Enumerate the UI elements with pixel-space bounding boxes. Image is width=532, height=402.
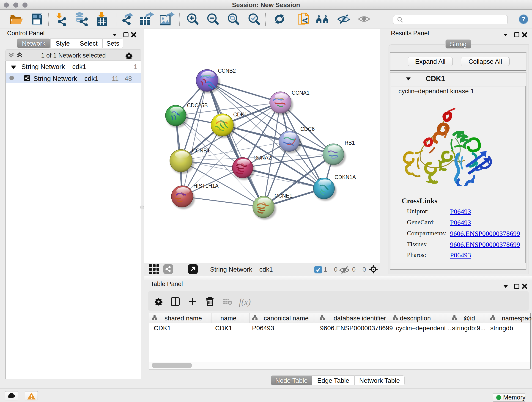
svg-text:CCNA2: CCNA2 [253, 155, 271, 161]
svg-text:HIST1H1A: HIST1H1A [193, 183, 219, 189]
svg-text:RB1: RB1 [345, 140, 355, 146]
svg-text:CDC6: CDC6 [300, 126, 315, 132]
svg-text:CCNB2: CCNB2 [218, 68, 236, 74]
svg-text:?: ? [521, 16, 525, 23]
svg-text:CDC25B: CDC25B [187, 102, 208, 108]
svg-text:CCNA1: CCNA1 [292, 90, 310, 96]
svg-text:CCNE1: CCNE1 [274, 193, 292, 199]
svg-text:CCNB1: CCNB1 [192, 148, 210, 153]
svg-text:CDK1: CDK1 [233, 112, 247, 118]
svg-text:CDKN1A: CDKN1A [335, 174, 356, 180]
